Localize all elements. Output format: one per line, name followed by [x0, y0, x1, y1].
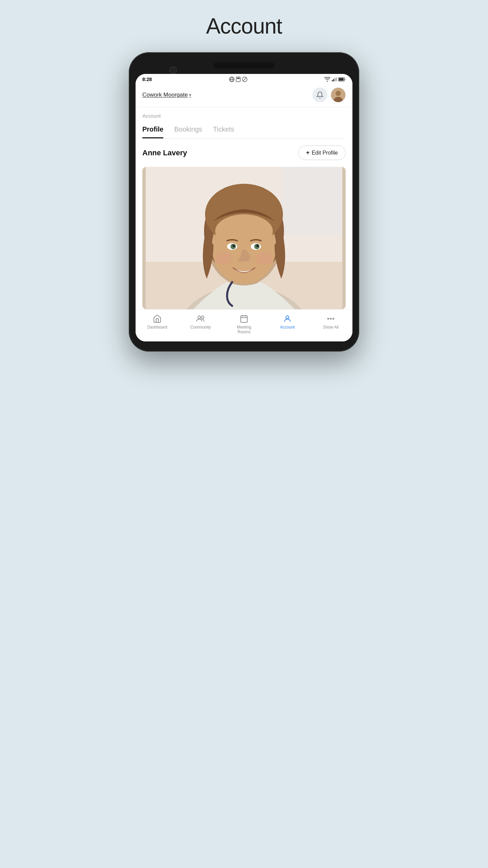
svg-point-29 [256, 252, 273, 264]
svg-point-26 [232, 244, 235, 247]
nav-item-show-all[interactable]: Show All [309, 314, 352, 335]
bottom-nav: Dashboard Community [136, 309, 352, 341]
home-icon [153, 314, 162, 323]
svg-rect-32 [241, 316, 247, 322]
svg-point-37 [328, 318, 329, 319]
tab-profile[interactable]: Profile [142, 123, 163, 138]
calendar-icon [240, 314, 248, 323]
account-label: Account [280, 325, 294, 330]
bell-icon [316, 91, 324, 99]
tabs-container: Profile Bookings Tickets [142, 123, 346, 139]
svg-point-10 [336, 91, 341, 96]
community-label: Community [190, 325, 211, 330]
notifications-button[interactable] [312, 87, 327, 102]
status-icons [324, 77, 346, 82]
workspace-name-label: Cowork Moorgate [142, 92, 188, 98]
profile-section: Anne Lavery + Edit Profile [136, 139, 352, 309]
globe-icon [229, 77, 235, 82]
show-all-label: Show All [323, 325, 339, 330]
profile-name: Anne Lavery [142, 149, 187, 157]
community-icon [196, 314, 205, 323]
nav-item-community[interactable]: Community [179, 314, 222, 335]
battery-icon [338, 77, 346, 81]
svg-rect-8 [339, 78, 344, 81]
tab-tickets[interactable]: Tickets [213, 123, 235, 138]
plus-icon: + [306, 149, 310, 156]
profile-image-container [142, 167, 346, 309]
svg-point-38 [330, 318, 331, 319]
phone-speaker [214, 62, 274, 68]
svg-point-27 [256, 244, 259, 247]
phone-shell: 8:28 [129, 52, 359, 352]
more-icon [326, 314, 335, 323]
chevron-down-icon: ▾ [189, 93, 191, 97]
edit-profile-button[interactable]: + Edit Profile [298, 145, 346, 160]
svg-point-21 [215, 214, 273, 248]
workspace-selector[interactable]: Cowork Moorgate ▾ [142, 92, 191, 98]
avatar-image [331, 88, 345, 102]
account-icon [283, 314, 292, 323]
svg-point-36 [286, 316, 289, 319]
content-area: Account Profile Bookings Tickets [136, 107, 352, 139]
svg-rect-4 [237, 78, 240, 79]
user-avatar-button[interactable] [331, 87, 346, 102]
dashboard-label: Dashboard [147, 325, 167, 330]
phone-camera [169, 66, 177, 74]
profile-header: Anne Lavery + Edit Profile [142, 145, 346, 160]
svg-point-28 [215, 252, 232, 264]
meeting-rooms-label: Meeting Rooms [237, 325, 251, 335]
svg-point-30 [198, 316, 201, 319]
nav-right-actions [312, 87, 346, 102]
status-time: 8:28 [142, 77, 152, 82]
tab-bookings[interactable]: Bookings [174, 123, 202, 138]
svg-line-6 [243, 78, 246, 81]
profile-photo [142, 167, 346, 309]
edit-profile-label: Edit Profile [312, 150, 338, 156]
section-label: Account [142, 113, 346, 119]
nav-item-dashboard[interactable]: Dashboard [136, 314, 179, 335]
status-bar: 8:28 [136, 74, 352, 84]
avatar-svg [331, 87, 345, 102]
nav-item-meeting-rooms[interactable]: Meeting Rooms [222, 314, 266, 335]
top-nav: Cowork Moorgate ▾ [136, 84, 352, 107]
svg-point-31 [201, 316, 204, 319]
nav-item-account[interactable]: Account [266, 314, 309, 335]
blocked-icon [242, 77, 247, 82]
svg-rect-14 [281, 167, 342, 235]
status-left-icons [229, 77, 247, 82]
svg-point-39 [333, 318, 334, 319]
phone-screen: 8:28 [136, 74, 352, 341]
signal-bars [332, 77, 337, 81]
page-title: Account [206, 14, 282, 39]
wifi-icon [324, 77, 330, 82]
sim-icon [236, 77, 241, 82]
